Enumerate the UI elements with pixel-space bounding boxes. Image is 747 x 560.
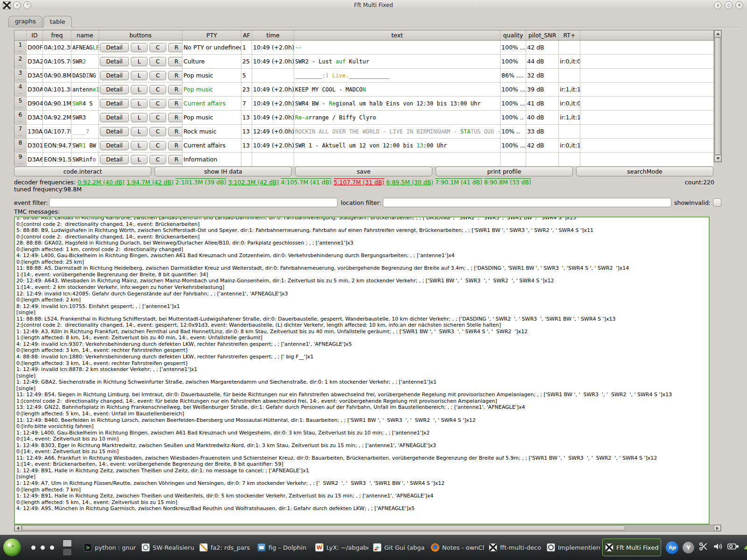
taskbar-item-fft-multi-fixed[interactable]: Fft Multi Fixed (602, 539, 661, 556)
c-button[interactable]: C (149, 99, 166, 108)
cell-id: 130A (27, 125, 43, 139)
c-button[interactable]: C (149, 57, 166, 66)
r-button[interactable]: R (168, 57, 183, 66)
l-button[interactable]: L (131, 57, 148, 66)
detail-button[interactable]: Detail (100, 155, 129, 164)
row-header[interactable]: 3… (14, 69, 27, 83)
c-button[interactable]: C (149, 141, 166, 150)
row-header[interactable]: 8… (14, 139, 27, 153)
tab-table[interactable]: table (43, 16, 72, 28)
hscroll-right-button[interactable] (714, 525, 721, 531)
cell-name: antenne1 (71, 83, 99, 97)
column-header-buttons[interactable]: buttons (99, 30, 183, 41)
r-button[interactable]: R (168, 155, 183, 164)
column-header-pty[interactable]: PTY (183, 30, 241, 41)
r-button[interactable]: R (168, 71, 183, 80)
detail-button[interactable]: Detail (100, 71, 129, 80)
gear-doc-dark-icon (547, 543, 555, 552)
row-header[interactable]: 1… (14, 41, 27, 55)
r-button[interactable]: R (168, 99, 183, 108)
scroll-up-button[interactable] (714, 30, 721, 37)
taskbar-item-lyx-abgabe[interactable]: WLyX: ~/abgabe (313, 539, 371, 556)
r-button[interactable]: R (168, 43, 183, 52)
event-filter-input[interactable] (49, 198, 338, 207)
l-button[interactable]: L (131, 85, 148, 94)
row-header[interactable]: 7… (14, 125, 27, 139)
code-interact-button[interactable]: code.interact (14, 167, 151, 176)
klipper-scissors-icon[interactable] (698, 541, 709, 553)
column-header-time[interactable]: time (252, 30, 294, 41)
c-button[interactable]: C (149, 71, 166, 80)
scroll-down-button[interactable] (714, 155, 721, 162)
application-launcher-icon[interactable] (3, 539, 21, 556)
virtual-desktop-pager[interactable] (63, 539, 72, 556)
hp-logo-icon[interactable]: hp (666, 541, 678, 554)
cell-name: DASDING (71, 69, 99, 83)
tray-expand-arrow-icon[interactable] (744, 546, 747, 549)
column-header-freq[interactable]: freq (43, 30, 71, 41)
column-header-text[interactable]: text (294, 30, 500, 41)
detail-button[interactable]: Detail (100, 113, 129, 122)
r-button[interactable]: R (168, 113, 183, 122)
table-vertical-scrollbar[interactable] (714, 30, 722, 162)
yast-icon[interactable]: Y (683, 542, 694, 553)
show-invalid-checkbox[interactable] (713, 198, 721, 207)
tmc-horizontal-scrollbar[interactable] (14, 525, 721, 532)
tmc-messages-area[interactable]: 1: 88:88: A65, Landau in Richtung Karlsr… (14, 217, 710, 525)
taskbar-item-implementieru[interactable]: Implementieru (544, 539, 602, 556)
taskbar-item-fft-multi-deco[interactable]: fft-multi-deco (486, 539, 544, 556)
tab-graphs[interactable]: graphs (8, 16, 42, 27)
taskbar-item-fa2-rds-pars[interactable]: fa2: rds_pars (197, 539, 255, 556)
desktop-1-button[interactable] (63, 539, 72, 547)
taskbar-item-notes-owncl[interactable]: Notes - ownCl (429, 539, 486, 556)
r-button[interactable]: R (168, 141, 183, 150)
l-button[interactable]: L (131, 127, 148, 136)
cell-pilot-snr: 33 dB (526, 125, 559, 139)
taskbar-item-git-gui-abga[interactable]: +Git Gui (abga (371, 539, 429, 556)
c-button[interactable]: C (149, 43, 166, 52)
detail-button[interactable]: Detail (100, 85, 129, 94)
column-header-quality[interactable]: quality (500, 30, 526, 41)
taskbar-item-sw-realisieru[interactable]: SW-Realisieru (139, 539, 197, 556)
column-header-af[interactable]: AF (241, 30, 252, 41)
c-button[interactable]: C (149, 155, 166, 164)
detail-button[interactable]: Detail (100, 99, 129, 108)
save-button[interactable]: save (295, 167, 432, 176)
column-header-id[interactable]: ID (27, 30, 43, 41)
print-profile-button[interactable]: print profile (436, 167, 573, 176)
taskbar-item-fig-dolphin[interactable]: fig – Dolphin (255, 539, 313, 556)
detail-button[interactable]: Detail (100, 141, 129, 150)
row-header[interactable]: 2… (14, 55, 27, 69)
c-button[interactable]: C (149, 85, 166, 94)
vscroll-thumb[interactable] (715, 37, 721, 155)
r-button[interactable]: R (168, 85, 183, 94)
l-button[interactable]: L (131, 155, 148, 164)
location-filter-input[interactable] (383, 198, 671, 207)
battery-icon[interactable] (727, 542, 740, 553)
detail-button[interactable]: Detail (100, 57, 129, 66)
column-header-pilot-snr[interactable]: pilot_SNR (526, 30, 559, 41)
hscroll-thumb[interactable] (22, 525, 625, 531)
row-header[interactable]: 6… (14, 111, 27, 125)
detail-button[interactable]: Detail (100, 43, 129, 52)
detail-button[interactable]: Detail (100, 127, 129, 136)
c-button[interactable]: C (149, 127, 166, 136)
c-button[interactable]: C (149, 113, 166, 122)
volume-icon[interactable] (713, 541, 723, 553)
hscroll-left-button[interactable] (14, 525, 21, 531)
row-header[interactable]: 5… (14, 97, 27, 111)
l-button[interactable]: L (131, 113, 148, 122)
show-ih-data-button[interactable]: show IH data (155, 167, 292, 176)
row-header[interactable]: 9… (14, 153, 27, 167)
l-button[interactable]: L (131, 71, 148, 80)
l-button[interactable]: L (131, 43, 148, 52)
row-header[interactable]: 4… (14, 83, 27, 97)
column-header-rt-[interactable]: RT+ (559, 30, 580, 41)
taskbar-item-python-gnur[interactable]: >python : gnur (81, 539, 139, 556)
desktop-2-button[interactable] (63, 548, 72, 556)
l-button[interactable]: L (131, 141, 148, 150)
r-button[interactable]: R (168, 127, 183, 136)
l-button[interactable]: L (131, 99, 148, 108)
column-header-name[interactable]: name (71, 30, 99, 41)
search-mode-button[interactable]: searchMode (576, 167, 713, 176)
